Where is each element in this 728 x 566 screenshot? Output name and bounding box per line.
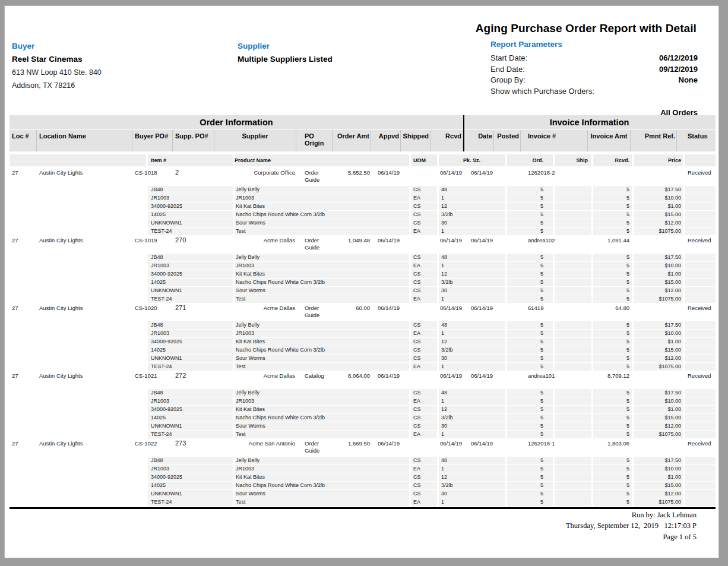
- item-price: $10.00: [634, 194, 683, 202]
- item-row: 14025Nacho Chips Round White Corn 3/2lbC…: [10, 279, 716, 286]
- item-pk-sz: 12: [439, 203, 505, 210]
- item-item: JB48: [148, 389, 233, 397]
- item-ship: [555, 389, 591, 397]
- item-ship: [555, 465, 591, 473]
- item-uom: CS: [411, 279, 437, 286]
- item-row: JR1003JR1003EA155$10.00: [10, 330, 716, 337]
- item-spacer: [10, 431, 146, 438]
- item-ord: 5: [507, 389, 553, 397]
- item-uom: EA: [411, 330, 437, 337]
- item-ord: 5: [507, 498, 553, 506]
- item-price: $1.00: [634, 473, 683, 481]
- item-rcvd: 5: [593, 330, 632, 337]
- item-rcvd: 5: [593, 219, 632, 227]
- po-loc: 27: [10, 236, 37, 251]
- item-uom: EA: [411, 397, 437, 405]
- item-row: UNKNOWN1Sour WormsCS3055$12.00: [10, 490, 716, 498]
- item-pk-sz: 48: [439, 321, 505, 329]
- item-item: UNKNOWN1: [148, 490, 233, 498]
- po-shipped: [401, 168, 431, 184]
- item-spacer: [685, 490, 716, 498]
- item-uom: CS: [411, 422, 437, 430]
- item-column-header-rcvd: Rcvd.: [593, 154, 632, 166]
- item-spacer: [10, 457, 146, 464]
- report-parameters-heading: Report Parameters: [490, 40, 698, 49]
- item-ord: 5: [507, 465, 553, 473]
- item-product: Test: [235, 431, 409, 438]
- item-ship: [555, 406, 591, 413]
- item-ship: [555, 254, 591, 261]
- po-order-amt: 60.00: [333, 303, 371, 319]
- item-rcvd: 5: [593, 355, 632, 362]
- item-spacer: [685, 482, 716, 489]
- item-row: JB48Jelly BellyCS4855$17.50: [10, 321, 716, 329]
- po-block: 27Austin City LightsCS-1022273Acme San A…: [10, 439, 716, 506]
- param-label: Show which Purchase Orders:: [490, 86, 594, 97]
- item-spacer: [685, 211, 716, 219]
- column-header-rcvd: Rcvd: [431, 130, 463, 151]
- item-item: 34000-92025: [148, 473, 233, 481]
- item-row: 34000-92025Kit Kat BitesCS1255$1.00: [10, 473, 716, 481]
- item-pk-sz: 48: [439, 389, 505, 397]
- item-spacer: [685, 346, 716, 354]
- item-rcvd: 5: [593, 227, 632, 235]
- po-shipped: [401, 439, 431, 454]
- item-column-header-item: Item #: [148, 154, 233, 166]
- po-supplier: Acme Dallas: [214, 303, 296, 319]
- item-ord: 5: [507, 254, 553, 261]
- item-item: 14025: [148, 414, 233, 422]
- column-header-order-amt: Order Amt: [333, 130, 371, 151]
- po-supp-po: 272: [173, 371, 214, 387]
- report-parameters-list: Start Date:06/12/2019End Date:09/12/2019…: [490, 53, 698, 97]
- item-price: $12.00: [634, 355, 683, 362]
- report-viewer-canvas: { "report": { "title": "Aging Purchase O…: [0, 0, 728, 566]
- item-rcvd: 5: [593, 262, 632, 270]
- po-shipped: [401, 371, 431, 387]
- item-row: 34000-92025Kit Kat BitesCS1255$1.00: [10, 338, 716, 346]
- item-column-header-pk-sz: Pk. Sz.: [439, 154, 505, 166]
- item-ord: 5: [507, 330, 553, 337]
- item-item: JB48: [148, 321, 233, 329]
- item-spacer: [685, 186, 716, 194]
- item-rcvd: 5: [593, 465, 632, 473]
- item-item: TEST-24: [148, 431, 233, 438]
- item-product: Kit Kat Bites: [235, 203, 409, 210]
- item-pk-sz: 30: [439, 219, 505, 227]
- item-ship: [555, 431, 591, 438]
- item-ship: [555, 482, 591, 489]
- item-pk-sz: 12: [439, 338, 505, 346]
- po-buyer-po: CS-1021: [132, 371, 173, 387]
- po-location-name: Austin City Lights: [37, 303, 132, 319]
- footer-run-by: Run by: Jack Lehman: [566, 510, 697, 520]
- po-posted: [494, 236, 521, 251]
- item-ship: [555, 338, 591, 346]
- item-spacer: [685, 270, 716, 278]
- item-rcvd: 5: [593, 270, 632, 278]
- item-row: UNKNOWN1Sour WormsCS3055$12.00: [10, 355, 716, 362]
- item-ship: [555, 295, 591, 303]
- item-spacer: [10, 262, 146, 270]
- item-price: $15.00: [634, 414, 683, 422]
- item-product: Jelly Belly: [235, 457, 409, 464]
- item-product: Jelly Belly: [235, 321, 409, 329]
- item-product: Sour Worms: [235, 422, 409, 430]
- item-pk-sz: 3/2lb: [439, 482, 505, 489]
- item-ord: 5: [507, 473, 553, 481]
- item-spacer: [10, 287, 146, 295]
- po-buyer-po: CS-1019: [132, 236, 173, 251]
- item-product: Nacho Chips Round White Corn 3/2lb: [235, 211, 409, 219]
- po-po-origin: Order Guide: [296, 439, 333, 454]
- po-status: Received: [677, 371, 716, 387]
- item-uom: CS: [411, 406, 437, 413]
- item-price: $17.50: [634, 457, 683, 464]
- item-pk-sz: 1: [439, 295, 505, 303]
- item-row: JR1003JR1003EA155$10.00: [10, 465, 716, 473]
- item-rcvd: 5: [593, 457, 632, 464]
- item-ship: [555, 457, 591, 464]
- item-column-header-ship: Ship: [555, 154, 591, 166]
- item-row: 14025Nacho Chips Round White Corn 3/2lbC…: [10, 346, 716, 354]
- po-blocks: 27Austin City LightsCS-10182Corporate Of…: [10, 168, 716, 506]
- item-rcvd: 5: [593, 254, 632, 261]
- po-invoice-no: andrea101: [521, 371, 588, 387]
- item-uom: EA: [411, 465, 437, 473]
